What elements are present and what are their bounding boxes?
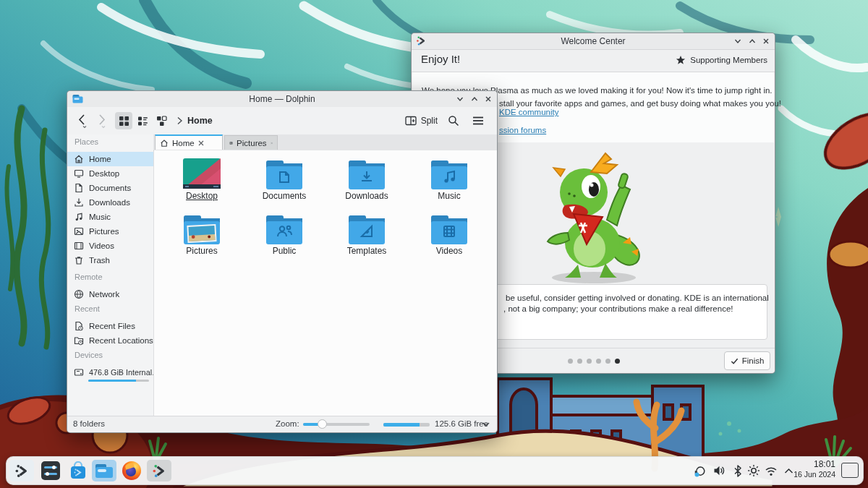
maximize-button[interactable] [468,93,481,105]
page-title: Enjoy It! [421,53,460,65]
file-item-public[interactable]: Public [248,213,320,256]
konqi-mascot [536,147,652,285]
folder-downloads-icon [348,158,386,190]
supporting-members-label: Supporting Members [690,56,767,64]
system-settings-task[interactable] [38,460,63,481]
zoom-slider-handle[interactable] [318,419,327,429]
page-indicator-dots[interactable] [568,359,620,364]
file-label: Downloads [331,192,403,201]
icons-view-button[interactable] [115,112,132,129]
page-dot-active[interactable] [615,359,620,364]
sidebar-item-label: Documents [89,181,131,195]
tab-pictures[interactable]: Pictures [224,135,278,150]
sidebar-item-label: Music [89,210,111,224]
show-desktop-button[interactable] [841,463,859,478]
tree-view-button[interactable] [153,112,170,129]
welcome-center-task[interactable] [147,460,171,481]
file-item-music[interactable]: Music [413,158,485,201]
kde-community-link[interactable]: KDE community [499,108,558,116]
dolphin-titlebar[interactable]: Home — Dolphin [67,91,497,108]
app-launcher-button[interactable] [9,460,34,481]
sidebar-item-downloads[interactable]: Downloads [67,195,153,210]
sidebar-item-network[interactable]: Network [67,287,153,301]
sidebar-item-home[interactable]: Home [67,152,153,166]
sidebar-item-label: Trash [89,253,110,267]
file-label: Pictures [166,247,238,256]
network-icon [74,289,84,299]
supporting-members-link[interactable]: Supporting Members [676,55,767,65]
sidebar-item-documents[interactable]: Documents [67,181,153,195]
details-view-button[interactable] [134,112,151,129]
desktop: Welcome Center Enjoy It! Supporting Memb… [0,0,868,488]
sidebar-item-recent-locations[interactable]: Recent Locations [67,333,153,348]
sidebar-item-label: Recent Files [89,319,135,333]
file-item-pictures[interactable]: Pictures [166,213,238,256]
folder-music-icon [430,158,468,190]
minimize-button[interactable] [731,35,744,47]
close-button[interactable] [760,35,773,47]
search-icon [448,115,459,127]
page-dot[interactable] [605,359,610,364]
welcome-line2: stall your favorite apps and games, and … [499,99,781,108]
wifi-tray-icon[interactable] [763,463,779,479]
page-dot[interactable] [596,359,601,364]
discover-task[interactable] [66,460,90,481]
sidebar-item-label: Pictures [89,224,119,239]
zoom-slider[interactable] [303,423,370,426]
sidebar-item-trash[interactable]: Trash [67,253,153,267]
discussion-forums-link[interactable]: ssion forums [499,126,546,134]
brightness-tray-icon[interactable] [746,463,762,479]
close-icon[interactable] [198,140,204,146]
desktop-icon [74,168,84,179]
card-line2: , not a big company; your contributions … [503,304,733,313]
firefox-icon [122,461,141,480]
volume-tray-icon[interactable] [711,463,727,479]
minimize-button[interactable] [454,93,467,105]
file-label: Templates [331,247,403,256]
file-label: Public [248,247,320,256]
folder-public-icon [265,213,303,245]
digital-clock[interactable]: 18:01 16 Jun 2024 [792,459,835,479]
updates-tray-icon[interactable] [692,463,708,479]
page-dot[interactable] [587,359,592,364]
disk-usage-bar [383,423,430,427]
sidebar-item-videos[interactable]: Videos [67,239,153,253]
page-dot[interactable] [577,359,582,364]
dolphin-task[interactable] [92,460,116,481]
dolphin-window[interactable]: Home — Dolphin Home [67,90,498,433]
finish-button[interactable]: Finish [724,351,770,370]
sidebar-item-desktop[interactable]: Desktop [67,166,153,181]
forward-button[interactable] [93,112,109,129]
file-label: Desktop [166,192,238,201]
split-button[interactable]: Split [405,112,438,129]
file-item-desktop[interactable]: Desktop [166,158,238,201]
sidebar-item-pictures[interactable]: Pictures [67,224,153,239]
folder-documents-icon [265,158,303,190]
chevron-down-icon[interactable] [482,421,490,427]
page-dot[interactable] [568,359,573,364]
sidebar-item-internal-drive[interactable]: 476.8 GiB Internal… [67,365,153,380]
welcome-header: Enjoy It! Supporting Members [412,49,775,72]
recent-file-icon [74,321,84,331]
firefox-task[interactable] [119,460,144,481]
file-label: Videos [413,247,485,256]
tab-bar: Home Pictures [153,134,497,151]
file-item-downloads[interactable]: Downloads [331,158,403,201]
file-item-templates[interactable]: Templates [331,213,403,256]
back-button[interactable] [75,112,90,129]
tab-home[interactable]: Home [155,134,223,150]
welcome-titlebar[interactable]: Welcome Center [412,33,775,50]
sidebar-item-music[interactable]: Music [67,210,153,224]
hamburger-menu-button[interactable] [469,112,487,129]
breadcrumb-location[interactable]: Home [187,112,213,129]
maximize-button[interactable] [746,35,759,47]
close-button[interactable] [482,93,495,105]
file-item-documents[interactable]: Documents [248,158,320,201]
sidebar-item-label: 476.8 GiB Internal… [89,365,154,380]
close-icon[interactable] [271,140,273,146]
sidebar-item-recent-files[interactable]: Recent Files [67,319,153,333]
search-button[interactable] [445,112,462,129]
sidebar-item-label: Desktop [89,166,119,181]
file-item-videos[interactable]: Videos [413,213,485,256]
bluetooth-tray-icon[interactable] [730,463,746,479]
